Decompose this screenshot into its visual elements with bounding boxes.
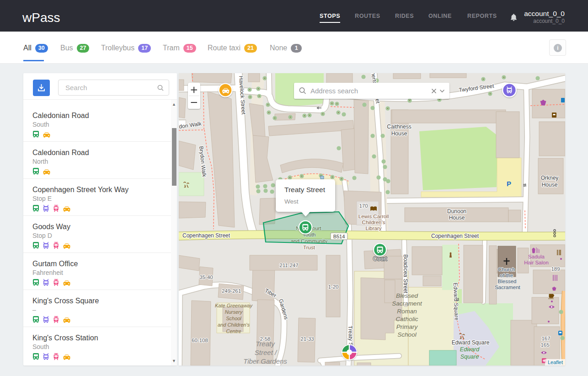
svg-text:249-261: 249-261 <box>222 288 241 294</box>
svg-text:Sacrament: Sacrament <box>495 285 520 290</box>
svg-text:Orkney: Orkney <box>541 175 559 181</box>
svg-text:Lewis Carroll: Lewis Carroll <box>358 214 389 219</box>
svg-text:B514: B514 <box>333 234 345 239</box>
svg-text:Sacrament: Sacrament <box>392 300 422 307</box>
svg-text:Primary: Primary <box>396 323 418 330</box>
svg-text:Catholic: Catholic <box>396 316 418 322</box>
svg-text:Treaty: Treaty <box>256 340 275 348</box>
svg-text:School: School <box>226 316 241 321</box>
svg-text:Square: Square <box>460 354 479 360</box>
svg-text:Edward: Edward <box>460 346 480 353</box>
svg-text:Treaty S: Treaty S <box>347 326 354 346</box>
svg-text:Sadula: Sadula <box>528 254 545 259</box>
svg-text:170: 170 <box>359 203 368 209</box>
svg-text:Kate Greenaway: Kate Greenaway <box>215 303 253 308</box>
svg-text:Library: Library <box>365 226 381 231</box>
svg-text:Dunoon: Dunoon <box>447 208 466 215</box>
svg-text:Children's: Children's <box>362 220 385 225</box>
svg-text:Centre: Centre <box>226 328 241 334</box>
svg-text:Hair Salon: Hair Salon <box>524 260 549 265</box>
svg-text:Church: Church <box>498 267 515 272</box>
svg-text:of the: of the <box>500 273 513 278</box>
svg-text:Blessed: Blessed <box>498 279 517 284</box>
svg-text:167: 167 <box>541 336 550 341</box>
svg-text:Blessed: Blessed <box>396 292 418 299</box>
svg-text:House: House <box>449 215 465 221</box>
svg-text:Tiber Gardens: Tiber Gardens <box>243 357 287 365</box>
svg-text:House: House <box>542 182 558 188</box>
svg-text:211-247: 211-247 <box>279 263 298 268</box>
svg-text:Address search: Address search <box>310 87 358 95</box>
svg-text:Edward Square: Edward Square <box>452 339 490 346</box>
svg-text:School: School <box>397 331 417 338</box>
svg-text:Boadicea Street: Boadicea Street <box>402 254 409 294</box>
svg-text:P: P <box>507 180 511 188</box>
svg-text:House: House <box>391 130 407 137</box>
svg-text:165: 165 <box>540 342 549 348</box>
svg-text:West: West <box>284 198 299 205</box>
svg-text:Trust: Trust <box>303 245 315 250</box>
svg-text:Street /: Street / <box>255 349 278 356</box>
svg-text:Edward Square: Edward Square <box>452 283 460 321</box>
svg-text:and Children's: and Children's <box>218 322 250 328</box>
svg-text:189: 189 <box>551 266 560 272</box>
svg-text:Caithness: Caithness <box>387 124 411 130</box>
svg-text:60-108: 60-108 <box>192 338 208 343</box>
svg-text:21-33: 21-33 <box>300 336 314 342</box>
svg-text:Copenhagen Street: Copenhagen Street <box>182 232 230 239</box>
svg-text:Treaty Street: Treaty Street <box>284 186 326 193</box>
svg-text:35-40: 35-40 <box>199 274 213 280</box>
svg-text:Court: Court <box>373 256 387 262</box>
svg-text:Roman: Roman <box>397 308 417 315</box>
svg-text:1-20: 1-20 <box>328 284 338 290</box>
svg-text:Copenhagen Street: Copenhagen Street <box>431 233 479 239</box>
svg-text:Leaflet: Leaflet <box>548 360 563 365</box>
svg-text:Nursery: Nursery <box>225 309 243 315</box>
